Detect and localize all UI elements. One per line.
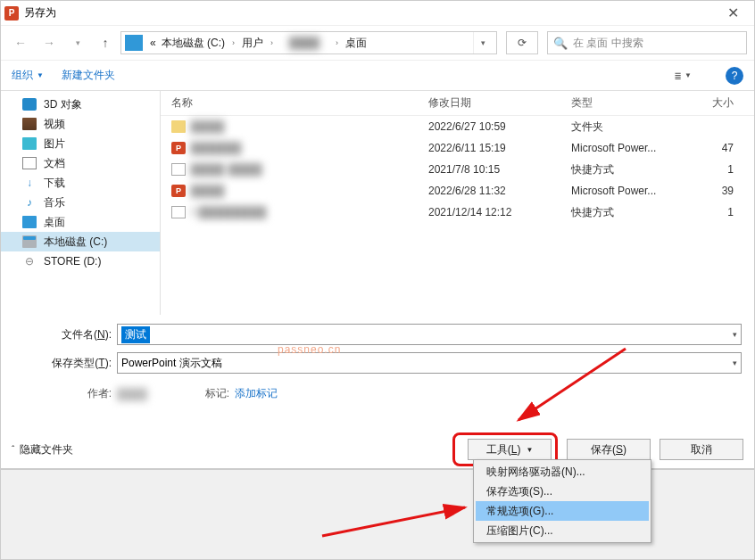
menu-general-options[interactable]: 常规选项(G)... <box>476 501 649 521</box>
file-row[interactable]: ████ ████ 2021/7/8 10:15快捷方式1 <box>161 159 754 180</box>
address-dropdown[interactable]: ▾ <box>473 32 493 54</box>
folder-icon <box>171 120 186 133</box>
file-pane: 名称 修改日期 类型 大小 ████ 2022/6/27 10:59文件夹 P█… <box>160 91 754 315</box>
powerpoint-icon: P <box>4 6 19 21</box>
column-name[interactable]: 名称 <box>161 95 428 111</box>
search-input[interactable]: 🔍 在 桌面 中搜索 <box>547 31 747 54</box>
chevron-right-icon[interactable]: › <box>228 38 238 47</box>
author-value[interactable]: ████ <box>117 388 188 400</box>
video-icon <box>22 118 37 130</box>
address-bar[interactable]: « 本地磁盘 (C:) › 用户 › ████ › 桌面 ▾ <box>120 31 497 54</box>
forward-button[interactable]: → <box>37 30 62 55</box>
tools-button[interactable]: 工具(L) ▼ <box>468 439 552 460</box>
chevron-right-icon[interactable]: › <box>267 38 277 47</box>
downloads-icon: ↓ <box>22 177 37 189</box>
svg-line-1 <box>322 507 465 536</box>
search-placeholder: 在 桌面 中搜索 <box>573 36 643 51</box>
window-title: 另存为 <box>24 5 715 21</box>
menu-compress-image[interactable]: 压缩图片(C)... <box>476 521 649 540</box>
save-button[interactable]: 保存(S) <box>567 439 651 460</box>
cancel-button[interactable]: 取消 <box>660 439 743 460</box>
savetype-label: 保存类型(T): <box>8 356 117 371</box>
3d-icon <box>22 98 37 111</box>
column-size[interactable]: 大小 <box>691 95 741 111</box>
disk-icon <box>22 235 37 248</box>
file-row[interactable]: P████ 2022/6/28 11:32Microsoft Power...3… <box>161 180 754 202</box>
view-toggle[interactable]: ≣▼ <box>675 70 692 82</box>
chevron-down-icon[interactable]: ▾ <box>733 358 737 367</box>
crumb-prefix: « <box>148 37 158 49</box>
filename-label: 文件名(N): <box>8 327 117 342</box>
refresh-button[interactable]: ⟳ <box>506 31 538 54</box>
up-button[interactable]: ↑ <box>94 31 117 54</box>
sidebar-item-c-drive[interactable]: 本地磁盘 (C:) <box>1 232 160 251</box>
file-row[interactable]: ████ 2022/6/27 10:59文件夹 <box>161 116 754 137</box>
sidebar-item-pictures[interactable]: 图片 <box>1 134 160 153</box>
desktop-icon <box>22 216 37 228</box>
crumb-user[interactable]: 用户 <box>240 36 265 51</box>
close-button[interactable]: ✕ <box>715 1 751 26</box>
tags-input[interactable]: 添加标记 <box>235 386 278 401</box>
savetype-select[interactable]: PowerPoint 演示文稿 ▾ <box>117 352 742 374</box>
crumb-drive[interactable]: 本地磁盘 (C:) <box>160 36 227 51</box>
recent-history-button[interactable]: ▾ <box>65 30 90 55</box>
hide-folders-button[interactable]: ˆ 隐藏文件夹 <box>12 442 73 457</box>
crumb-username[interactable]: ████ <box>278 37 330 49</box>
menu-map-network-drive[interactable]: 映射网络驱动器(N)... <box>476 462 649 482</box>
music-icon: ♪ <box>22 196 37 209</box>
newfolder-button[interactable]: 新建文件夹 <box>62 68 115 83</box>
column-date[interactable]: 修改日期 <box>428 95 571 111</box>
sidebar-item-music[interactable]: ♪音乐 <box>1 193 160 212</box>
organize-menu[interactable]: 组织▼ <box>12 68 44 83</box>
drive-icon <box>125 35 143 51</box>
sidebar-item-desktop[interactable]: 桌面 <box>1 212 160 232</box>
search-icon: 🔍 <box>553 37 568 50</box>
ppt-icon: P <box>171 142 186 154</box>
chevron-down-icon: ▼ <box>526 446 533 454</box>
shortcut-icon <box>171 163 186 176</box>
chevron-up-icon: ˆ <box>12 445 14 455</box>
chevron-down-icon[interactable]: ▾ <box>733 330 737 339</box>
column-headers: 名称 修改日期 类型 大小 <box>161 91 754 116</box>
disk-icon: ⊖ <box>22 255 37 268</box>
shortcut-icon <box>171 206 186 218</box>
pictures-icon <box>22 137 37 150</box>
file-row[interactable]: E████████ 2021/12/14 12:12快捷方式1 <box>161 202 754 223</box>
file-row[interactable]: P██████ 2022/6/11 15:19Microsoft Power..… <box>161 137 754 159</box>
crumb-desktop[interactable]: 桌面 <box>344 36 369 51</box>
help-icon[interactable]: ? <box>726 67 743 85</box>
filename-input[interactable]: 测试 ▾ <box>117 324 742 345</box>
documents-icon <box>22 157 37 169</box>
tags-label: 标记: <box>188 386 235 401</box>
ppt-icon: P <box>171 185 186 197</box>
sidebar-item-documents[interactable]: 文档 <box>1 153 160 173</box>
sidebar-item-d-drive[interactable]: ⊖STORE (D:) <box>1 251 160 271</box>
back-button[interactable]: ← <box>8 30 33 55</box>
author-label: 作者: <box>8 386 117 401</box>
sidebar-item-downloads[interactable]: ↓下载 <box>1 173 160 193</box>
menu-save-options[interactable]: 保存选项(S)... <box>476 482 649 501</box>
sidebar: 3D 对象 视频 图片 文档 ↓下载 ♪音乐 桌面 本地磁盘 (C:) ⊖STO… <box>1 91 160 315</box>
column-type[interactable]: 类型 <box>571 95 691 111</box>
chevron-right-icon[interactable]: › <box>332 38 342 47</box>
tools-dropdown: 映射网络驱动器(N)... 保存选项(S)... 常规选项(G)... 压缩图片… <box>473 459 651 543</box>
sidebar-item-3d[interactable]: 3D 对象 <box>1 95 160 114</box>
sidebar-item-video[interactable]: 视频 <box>1 114 160 134</box>
